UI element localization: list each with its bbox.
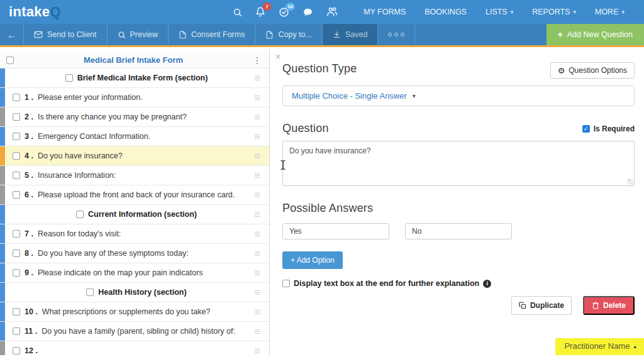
- row-checkbox[interactable]: [13, 94, 20, 101]
- chat-icon[interactable]: [303, 7, 313, 18]
- question-label: Do you have any of these symptoms today:: [38, 249, 189, 258]
- drag-handle-icon[interactable]: ≡: [254, 248, 260, 259]
- form-question-row[interactable]: 11 .Do you have a family (parent, siblin…: [0, 322, 269, 341]
- row-checkbox[interactable]: [13, 250, 20, 257]
- row-type-bar: [0, 185, 5, 204]
- send-to-client-button[interactable]: Send to Client: [24, 24, 108, 45]
- search-icon[interactable]: [233, 8, 242, 17]
- form-question-row[interactable]: 6 .Please upload the front and back of y…: [0, 185, 269, 205]
- possible-answer-input-1[interactable]: [282, 223, 389, 239]
- select-all-checkbox[interactable]: [6, 57, 14, 64]
- intakeq-logo[interactable]: intakeQ: [9, 0, 61, 24]
- delete-button[interactable]: Delete: [583, 296, 635, 315]
- row-checkbox[interactable]: [13, 172, 20, 179]
- row-type-bar: [0, 107, 5, 126]
- magnifier-icon: [118, 31, 126, 39]
- saved-status-button[interactable]: Saved: [323, 24, 378, 45]
- close-editor-icon[interactable]: ×: [275, 52, 280, 61]
- drag-handle-icon[interactable]: ≡: [254, 229, 260, 239]
- drag-handle-icon[interactable]: ≡: [254, 170, 260, 181]
- row-checkbox[interactable]: [65, 74, 73, 82]
- form-question-row[interactable]: 8 .Do you have any of these symptoms tod…: [0, 244, 269, 263]
- form-question-row[interactable]: 5 .Insurance Information:≡: [0, 166, 269, 185]
- nav-item-lists[interactable]: LISTS▾: [476, 8, 523, 16]
- form-question-row[interactable]: 9 .Please indicate on the map your pain …: [0, 263, 269, 283]
- copy-to-button[interactable]: Copy to...: [255, 24, 323, 45]
- form-question-row[interactable]: 4 .Do you have insurance?≡: [0, 146, 269, 166]
- row-checkbox[interactable]: [13, 327, 20, 335]
- form-question-row[interactable]: 12 .≡: [0, 341, 269, 355]
- nav-item-bookings[interactable]: BOOKINGS: [415, 8, 476, 16]
- drag-handle-icon[interactable]: ≡: [254, 151, 260, 162]
- consent-forms-label: Consent Forms: [191, 30, 245, 39]
- row-checkbox[interactable]: [13, 230, 20, 238]
- question-text-wrap: Do you have insurance?: [282, 141, 635, 186]
- form-question-row[interactable]: 3 .Emergency Contact Information.≡: [0, 127, 269, 146]
- chevron-down-icon: ▾: [413, 92, 416, 99]
- question-label: Reason for today's visit:: [38, 229, 121, 238]
- form-section-row[interactable]: Health History (section)≡: [0, 283, 269, 302]
- row-checkbox[interactable]: [86, 288, 94, 296]
- nav-item-reports[interactable]: REPORTS▾: [523, 8, 586, 16]
- tasks-check-icon[interactable]: 10: [279, 7, 289, 18]
- nav-item-more[interactable]: MORE▾: [586, 8, 634, 16]
- drag-handle-icon[interactable]: ≡: [254, 287, 260, 298]
- question-type-header-row: Question Type ⚙ Question Options: [282, 62, 635, 79]
- drag-handle-icon[interactable]: ≡: [254, 92, 260, 103]
- consent-forms-button[interactable]: Consent Forms: [169, 24, 255, 45]
- row-checkbox[interactable]: [13, 347, 20, 354]
- row-checkbox[interactable]: [76, 211, 84, 218]
- drag-handle-icon[interactable]: ≡: [254, 326, 260, 337]
- form-question-row[interactable]: 2 .Is there any chance you may be pregna…: [0, 107, 269, 127]
- form-question-row[interactable]: 7 .Reason for today's visit:≡: [0, 224, 269, 244]
- question-options-button[interactable]: ⚙ Question Options: [550, 62, 635, 79]
- document-icon: [179, 31, 187, 39]
- duplicate-button[interactable]: Duplicate: [511, 296, 572, 315]
- drag-handle-icon[interactable]: ≡: [254, 307, 260, 317]
- row-checkbox[interactable]: [13, 308, 20, 316]
- notifications-bell-icon[interactable]: 7: [255, 7, 265, 17]
- practitioner-name-tag[interactable]: Practitioner Name ▴: [555, 338, 644, 355]
- add-new-question-button[interactable]: + Add New Question: [547, 24, 644, 45]
- row-checkbox[interactable]: [13, 269, 20, 277]
- row-type-bar: [0, 205, 5, 224]
- drag-handle-icon[interactable]: ≡: [254, 131, 260, 142]
- drag-handle-icon[interactable]: ≡: [254, 346, 260, 356]
- form-section-row[interactable]: Current Information (section)≡: [0, 205, 269, 224]
- form-question-row[interactable]: 10 .What prescriptions or supplements do…: [0, 302, 269, 322]
- envelope-icon: [34, 30, 43, 39]
- caret-down-icon: ▾: [621, 9, 625, 15]
- drag-handle-icon[interactable]: ≡: [254, 268, 260, 278]
- row-checkbox[interactable]: [13, 191, 20, 199]
- form-question-row[interactable]: 1 .Please enter your information.≡: [0, 88, 269, 107]
- nav-item-my-forms[interactable]: MY FORMS: [354, 8, 415, 16]
- drag-handle-icon[interactable]: ≡: [254, 209, 260, 220]
- more-actions-button[interactable]: [378, 24, 415, 45]
- info-icon[interactable]: i: [483, 280, 491, 288]
- nav-item-label: BOOKINGS: [425, 8, 467, 16]
- toolbar-spacer: [415, 24, 546, 45]
- form-section-row[interactable]: Brief Medical Intake Form (section)≡: [0, 69, 269, 88]
- question-text-input[interactable]: Do you have insurance?: [282, 141, 635, 186]
- back-button[interactable]: ←: [0, 24, 24, 45]
- possible-answer-input-2[interactable]: [405, 223, 512, 239]
- drag-handle-icon[interactable]: ≡: [254, 190, 260, 200]
- display-text-box-row: Display text box at the end for further …: [282, 279, 635, 288]
- question-number: 8 .: [25, 249, 33, 258]
- display-text-box-checkbox[interactable]: [282, 280, 290, 287]
- question-type-dropdown[interactable]: Multiple Choice - Single Answer ▾: [282, 85, 635, 106]
- clients-group-icon[interactable]: [326, 6, 338, 18]
- row-checkbox[interactable]: [13, 152, 20, 160]
- preview-button[interactable]: Preview: [108, 24, 169, 45]
- add-option-button[interactable]: + Add Option: [282, 251, 343, 269]
- question-number: 11 .: [25, 327, 37, 336]
- drag-handle-icon[interactable]: ≡: [254, 112, 260, 123]
- row-checkbox[interactable]: [13, 113, 20, 121]
- question-label: Insurance Information:: [38, 171, 116, 180]
- is-required-checkbox[interactable]: ✓ Is Required: [582, 124, 635, 133]
- drag-handle-icon[interactable]: ≡: [254, 73, 260, 84]
- possible-answers-heading: Possible Answers: [282, 202, 635, 215]
- row-checkbox[interactable]: [13, 133, 20, 140]
- display-text-box-label: Display text box at the end for further …: [294, 279, 479, 288]
- form-menu-icon[interactable]: ⋮: [253, 55, 262, 65]
